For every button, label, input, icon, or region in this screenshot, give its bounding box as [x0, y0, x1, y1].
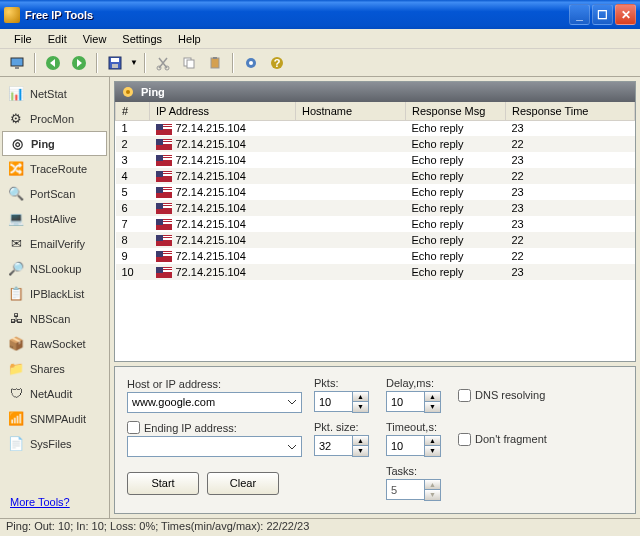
delay-spinner[interactable]: ▲▼: [424, 391, 441, 413]
col-host[interactable]: Hostname: [296, 102, 406, 120]
sidebar-item-nslookup[interactable]: 🔎NSLookup: [2, 256, 107, 281]
sidebar-item-sysfiles[interactable]: 📄SysFiles: [2, 431, 107, 456]
maximize-button[interactable]: ☐: [592, 4, 613, 25]
forward-icon[interactable]: [68, 52, 90, 74]
sidebar-item-snmpaudit[interactable]: 📶SNMPAudit: [2, 406, 107, 431]
sidebar-item-nbscan[interactable]: 🖧NBScan: [2, 306, 107, 331]
clear-button[interactable]: Clear: [207, 472, 279, 495]
pkts-input[interactable]: [314, 391, 352, 412]
pkts-spinner[interactable]: ▲▼: [352, 391, 369, 413]
svg-rect-11: [211, 58, 219, 68]
delay-input[interactable]: [386, 391, 424, 412]
tool-icon: 📶: [8, 411, 24, 427]
svg-rect-1: [15, 67, 19, 69]
sidebar-label: PortScan: [30, 188, 75, 200]
minimize-button[interactable]: _: [569, 4, 590, 25]
menu-help[interactable]: Help: [170, 31, 209, 47]
sidebar-item-portscan[interactable]: 🔍PortScan: [2, 181, 107, 206]
monitor-icon[interactable]: [6, 52, 28, 74]
table-row[interactable]: 872.14.215.104Echo reply22: [116, 232, 635, 248]
dns-checkbox[interactable]: [458, 389, 471, 402]
tool-icon: 🔀: [8, 161, 24, 177]
ending-input[interactable]: [127, 436, 302, 457]
ending-checkbox[interactable]: [127, 421, 140, 434]
sidebar-item-procmon[interactable]: ⚙ProcMon: [2, 106, 107, 131]
sidebar-item-rawsocket[interactable]: 📦RawSocket: [2, 331, 107, 356]
tool-icon: 🛡: [8, 386, 24, 402]
timeout-spinner[interactable]: ▲▼: [424, 435, 441, 457]
statusbar: Ping: Out: 10; In: 10; Loss: 0%; Times(m…: [0, 518, 640, 536]
flag-icon: [156, 139, 172, 150]
sidebar-item-netstat[interactable]: 📊NetStat: [2, 81, 107, 106]
table-row[interactable]: 772.14.215.104Echo reply23: [116, 216, 635, 232]
menu-edit[interactable]: Edit: [40, 31, 75, 47]
sidebar-label: RawSocket: [30, 338, 86, 350]
sidebar-item-ipblacklist[interactable]: 📋IPBlackList: [2, 281, 107, 306]
table-row[interactable]: 572.14.215.104Echo reply23: [116, 184, 635, 200]
menu-view[interactable]: View: [75, 31, 115, 47]
save-icon[interactable]: [104, 52, 126, 74]
timeout-input[interactable]: [386, 435, 424, 456]
sidebar-item-hostalive[interactable]: 💻HostAlive: [2, 206, 107, 231]
pktsize-spinner[interactable]: ▲▼: [352, 435, 369, 457]
menu-file[interactable]: File: [6, 31, 40, 47]
sidebar-label: TraceRoute: [30, 163, 87, 175]
flag-icon: [156, 155, 172, 166]
sidebar-label: NetStat: [30, 88, 67, 100]
flag-icon: [156, 187, 172, 198]
sidebar-label: SNMPAudit: [30, 413, 86, 425]
flag-icon: [156, 203, 172, 214]
tool-icon: 📊: [8, 86, 24, 102]
table-row[interactable]: 972.14.215.104Echo reply22: [116, 248, 635, 264]
sidebar-label: IPBlackList: [30, 288, 84, 300]
svg-rect-5: [111, 58, 119, 62]
table-row[interactable]: 272.14.215.104Echo reply22: [116, 136, 635, 152]
ping-icon: [121, 85, 135, 99]
sidebar-item-netaudit[interactable]: 🛡NetAudit: [2, 381, 107, 406]
sidebar-label: NBScan: [30, 313, 70, 325]
sidebar-item-traceroute[interactable]: 🔀TraceRoute: [2, 156, 107, 181]
panel-header: Ping: [115, 82, 635, 102]
menu-settings[interactable]: Settings: [114, 31, 170, 47]
sidebar-label: NetAudit: [30, 388, 72, 400]
tasks-label: Tasks:: [386, 465, 446, 477]
start-button[interactable]: Start: [127, 472, 199, 495]
fragment-checkbox[interactable]: [458, 433, 471, 446]
col-msg[interactable]: Response Msg: [406, 102, 506, 120]
table-row[interactable]: 372.14.215.104Echo reply23: [116, 152, 635, 168]
col-time[interactable]: Response Time: [506, 102, 635, 120]
flag-icon: [156, 235, 172, 246]
help-icon[interactable]: ?: [266, 52, 288, 74]
pktsize-label: Pkt. size:: [314, 421, 374, 433]
toolbar: ▼ ?: [0, 49, 640, 77]
pktsize-input[interactable]: [314, 435, 352, 456]
gear-icon[interactable]: [240, 52, 262, 74]
more-tools-link[interactable]: More Tools?: [2, 490, 107, 514]
svg-point-14: [249, 61, 253, 65]
back-icon[interactable]: [42, 52, 64, 74]
form-panel: Host or IP address: www.google.com Pkts:…: [114, 366, 636, 514]
tool-icon: 🖧: [8, 311, 24, 327]
table-row[interactable]: 172.14.215.104Echo reply23: [116, 120, 635, 136]
copy-icon[interactable]: [178, 52, 200, 74]
dropdown-arrow-icon[interactable]: ▼: [130, 58, 138, 67]
window-title: Free IP Tools: [25, 9, 569, 21]
paste-icon[interactable]: [204, 52, 226, 74]
sidebar-item-ping[interactable]: ◎Ping: [2, 131, 107, 156]
table-row[interactable]: 1072.14.215.104Echo reply23: [116, 264, 635, 280]
close-button[interactable]: ✕: [615, 4, 636, 25]
col-num[interactable]: #: [116, 102, 150, 120]
table-row[interactable]: 672.14.215.104Echo reply23: [116, 200, 635, 216]
host-input[interactable]: www.google.com: [127, 392, 302, 413]
svg-rect-10: [187, 60, 194, 68]
svg-point-18: [126, 90, 130, 94]
flag-icon: [156, 251, 172, 262]
sidebar-label: ProcMon: [30, 113, 74, 125]
menubar: File Edit View Settings Help: [0, 29, 640, 49]
table-row[interactable]: 472.14.215.104Echo reply22: [116, 168, 635, 184]
sidebar-item-emailverify[interactable]: ✉EmailVerify: [2, 231, 107, 256]
col-ip[interactable]: IP Address: [150, 102, 296, 120]
cut-icon[interactable]: [152, 52, 174, 74]
sidebar-item-shares[interactable]: 📁Shares: [2, 356, 107, 381]
sidebar-label: NSLookup: [30, 263, 81, 275]
